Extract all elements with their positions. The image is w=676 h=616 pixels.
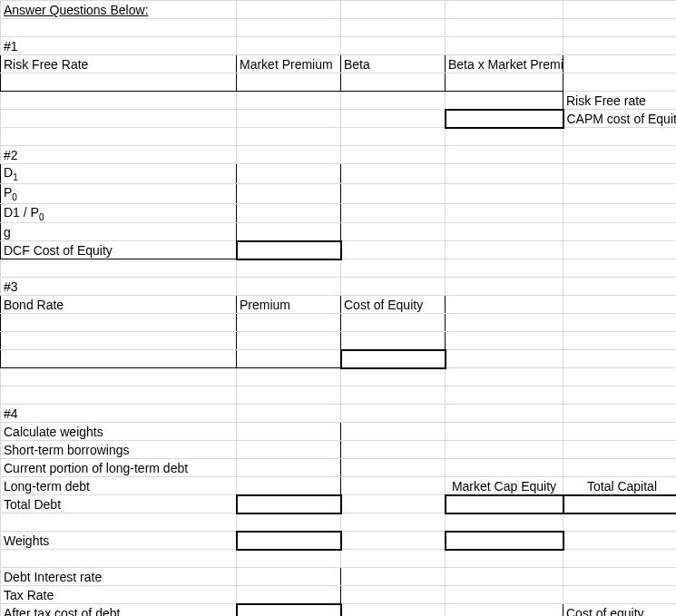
cell[interactable] [563,1,677,19]
cell[interactable] [446,146,563,164]
q3-cost-equity-input[interactable] [341,314,446,332]
cell[interactable] [237,146,341,164]
cell[interactable] [1,513,237,532]
cell[interactable] [446,459,563,477]
cell[interactable] [341,19,446,37]
cell[interactable] [563,146,677,164]
cell[interactable] [1,128,237,146]
cell[interactable] [446,37,563,55]
cell[interactable] [446,314,563,332]
cell[interactable] [446,278,563,296]
cell[interactable] [237,110,341,128]
q4-stb-input[interactable] [237,441,341,459]
cell[interactable] [1,386,237,405]
cell[interactable] [563,278,677,296]
cell[interactable] [563,73,677,92]
cell[interactable] [563,296,677,314]
q4-coe-input[interactable] [446,604,563,616]
cell[interactable] [446,386,563,405]
q4-mce-input[interactable] [446,495,563,513]
q3-row2-c[interactable] [341,332,446,350]
cell[interactable] [341,459,446,477]
cell[interactable] [341,586,446,604]
cell[interactable] [237,92,341,110]
cell[interactable] [341,495,446,513]
cell[interactable] [446,1,563,19]
cell[interactable] [563,55,677,73]
cell[interactable] [563,164,677,184]
q3-premium-input[interactable] [237,314,341,332]
q1-beta-x-mp-input[interactable] [446,73,563,92]
q4-ltd-input[interactable] [237,477,341,495]
cell[interactable] [563,368,677,386]
cell[interactable] [563,405,677,423]
q4-weights-equity-input[interactable] [446,532,563,550]
q3-row2-b[interactable] [237,332,341,350]
cell[interactable] [1,110,237,128]
cell[interactable] [237,405,341,423]
cell[interactable] [446,423,563,441]
q2-p0-input[interactable] [237,183,341,203]
cell[interactable] [563,441,677,459]
cell[interactable] [1,259,237,278]
cell[interactable] [341,203,446,223]
cell[interactable] [341,183,446,203]
cell[interactable] [446,568,563,586]
cell[interactable] [341,513,446,532]
q3-row3-c[interactable] [341,350,446,368]
cell[interactable] [563,259,677,278]
cell[interactable] [237,1,341,19]
cell[interactable] [563,203,677,223]
cell[interactable] [563,386,677,405]
cell[interactable] [446,441,563,459]
cell[interactable] [563,568,677,586]
cell[interactable] [446,203,563,223]
cell[interactable] [341,128,446,146]
cell[interactable] [446,350,563,368]
cell[interactable] [563,183,677,203]
q1-risk-free-rate-input[interactable] [1,73,237,92]
cell[interactable] [341,37,446,55]
cell[interactable] [237,513,341,532]
cell[interactable] [341,241,446,259]
q3-bond-rate-input[interactable] [1,314,237,332]
cell[interactable] [341,604,446,616]
cell[interactable] [341,278,446,296]
cell[interactable] [237,19,341,37]
q4-atcd-input[interactable] [237,604,341,616]
cell[interactable] [341,386,446,405]
cell[interactable] [341,368,446,386]
cell[interactable] [1,550,237,568]
cell[interactable] [446,332,563,350]
q1-beta-input[interactable] [341,73,446,92]
q3-row3-b[interactable] [237,350,341,368]
cell[interactable] [563,513,677,532]
cell[interactable] [446,241,563,259]
cell[interactable] [341,441,446,459]
cell[interactable] [563,532,677,550]
cell[interactable] [341,146,446,164]
q4-dir-input[interactable] [237,568,341,586]
cell[interactable] [341,259,446,278]
cell[interactable] [446,513,563,532]
cell[interactable] [1,92,237,110]
cell[interactable] [341,92,446,110]
cell[interactable] [341,405,446,423]
q2-d1p0-input[interactable] [237,203,341,223]
cell[interactable] [341,568,446,586]
cell[interactable] [446,19,563,37]
q4-weights-debt-input[interactable] [237,532,341,550]
cell[interactable] [446,296,563,314]
q4-cpltd-input[interactable] [237,459,341,477]
cell[interactable] [341,550,446,568]
cell[interactable] [1,19,237,37]
q4-tax-input[interactable] [237,586,341,604]
cell[interactable] [237,550,341,568]
q1-capm-value[interactable] [446,110,563,128]
cell[interactable] [237,368,341,386]
cell[interactable] [341,1,446,19]
cell[interactable] [341,532,446,550]
cell[interactable] [237,128,341,146]
cell[interactable] [341,223,446,241]
q2-g-input[interactable] [237,223,341,241]
